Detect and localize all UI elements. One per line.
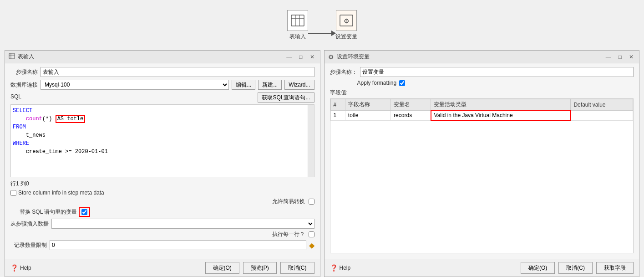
- col-var-name: 变量名: [391, 99, 431, 111]
- from-step-select[interactable]: [51, 219, 314, 229]
- left-dialog-content: 步骤名称 数据库连接 Mysql-100 编辑... 新建... Wizard.…: [5, 63, 320, 259]
- step-name-row: 步骤名称: [10, 67, 314, 77]
- set-variable-icon: ⚙: [336, 10, 357, 31]
- left-minimize-btn[interactable]: —: [284, 54, 294, 60]
- flow-node-set-variable: ⚙ 设置变量: [335, 10, 357, 41]
- right-step-name-input[interactable]: [360, 67, 634, 77]
- store-column-label: Store column info in step meta data: [18, 190, 104, 196]
- right-footer: ❓ Help 确定(O) 取消(C) 获取字段: [325, 259, 639, 277]
- right-maximize-btn[interactable]: □: [617, 54, 624, 60]
- execute-each-checkbox[interactable]: [309, 231, 314, 237]
- table-input-icon: [287, 10, 308, 31]
- cell-var-name: records: [391, 110, 431, 120]
- records-limit-input[interactable]: [50, 240, 306, 250]
- apply-formatting-row: Apply formatting: [357, 80, 634, 86]
- left-help-label[interactable]: Help: [20, 265, 31, 271]
- left-titlebar-controls: — □ ✕: [284, 54, 316, 60]
- sql-area: SELECT count(*) AS totle FROM t_news WHE…: [10, 104, 314, 177]
- flow-node-table-input: 表输入: [287, 10, 308, 41]
- cell-num: 1: [330, 110, 345, 120]
- left-preview-button[interactable]: 预览(P): [243, 262, 277, 274]
- field-values-table: # 字段名称 变量名 变量活动类型 Default value 1 totle …: [330, 99, 634, 121]
- table-input-label: 表输入: [289, 33, 306, 41]
- right-titlebar: ⚙ 设置环境变量 — □ ✕: [325, 51, 639, 63]
- left-footer-buttons: 确定(O) 预览(P) 取消(C): [205, 262, 314, 274]
- sql-label: SQL: [10, 93, 21, 100]
- right-cancel-button[interactable]: 取消(C): [558, 262, 593, 274]
- right-step-name-label: 步骤名称：: [330, 68, 357, 76]
- table-header-row: # 字段名称 变量名 变量活动类型 Default value: [330, 99, 633, 111]
- left-cancel-button[interactable]: 取消(C): [280, 262, 314, 274]
- execute-each-row: 执行每一行？: [10, 231, 314, 238]
- right-help-icon: ❓: [330, 264, 338, 272]
- left-footer: ❓ Help 确定(O) 预览(P) 取消(C): [5, 259, 320, 277]
- flow-diagram: 表输入 ⚙ 设置变量: [0, 0, 644, 50]
- step-name-input[interactable]: [41, 67, 314, 77]
- col-default-value: Default value: [571, 99, 633, 111]
- cell-default-val: [571, 110, 633, 120]
- store-column-checkbox[interactable]: [10, 190, 16, 196]
- from-step-label: 从步骤插入数据: [10, 220, 49, 228]
- field-values-label: 字段值:: [330, 89, 634, 97]
- svg-text:⚙: ⚙: [343, 17, 349, 25]
- flow-arrow: [308, 33, 335, 34]
- left-confirm-button[interactable]: 确定(O): [205, 262, 239, 274]
- get-sql-button[interactable]: 获取SQL查询语句...: [258, 92, 314, 103]
- edit-button[interactable]: 编辑...: [232, 80, 255, 90]
- right-minimize-btn[interactable]: —: [604, 54, 613, 60]
- right-step-name-row: 步骤名称：: [330, 67, 634, 77]
- sql-scrollbar[interactable]: [308, 105, 314, 177]
- left-titlebar: 表输入 — □ ✕: [5, 51, 320, 63]
- right-title-icon: ⚙: [328, 53, 334, 61]
- panels-container: 表输入 — □ ✕ 步骤名称 数据库连接 Mysql-100 编辑... 新建: [0, 50, 644, 277]
- col-var-type: 变量活动类型: [431, 99, 571, 111]
- left-maximize-btn[interactable]: □: [297, 54, 304, 60]
- field-values-table-container: # 字段名称 变量名 变量活动类型 Default value 1 totle …: [330, 98, 634, 253]
- db-conn-row: 数据库连接 Mysql-100 编辑... 新建... Wizard...: [10, 80, 314, 90]
- left-title-icon: [9, 53, 15, 61]
- db-conn-label: 数据库连接: [10, 81, 38, 89]
- right-confirm-button[interactable]: 确定(O): [521, 262, 555, 274]
- diamond-icon: ◆: [309, 241, 314, 250]
- db-conn-select[interactable]: Mysql-100: [41, 80, 229, 90]
- wizard-button[interactable]: Wizard...: [284, 80, 314, 90]
- col-field-name: 字段名称: [345, 99, 390, 111]
- left-dialog-title: 表输入: [18, 53, 34, 61]
- get-fields-button[interactable]: 获取字段: [596, 262, 634, 274]
- left-help-area: ❓ Help: [10, 264, 31, 272]
- from-step-row: 从步骤插入数据: [10, 219, 314, 229]
- right-help-label[interactable]: Help: [340, 265, 351, 271]
- cell-var-type: Valid in the Java Virtual Machine: [431, 110, 571, 120]
- svg-rect-0: [291, 15, 304, 26]
- execute-each-label: 执行每一行？: [10, 231, 305, 238]
- records-limit-label: 记录数量限制: [10, 241, 47, 249]
- left-dialog: 表输入 — □ ✕ 步骤名称 数据库连接 Mysql-100 编辑... 新建: [5, 50, 320, 277]
- step-name-label: 步骤名称: [10, 68, 38, 76]
- right-footer-buttons: 确定(O) 取消(C) 获取字段: [521, 262, 634, 274]
- right-dialog: ⚙ 设置环境变量 — □ ✕ 步骤名称： Apply formatting 字段…: [324, 50, 640, 277]
- replace-vars-row: 替换 SQL 语句里的变量: [20, 207, 314, 217]
- apply-formatting-label: Apply formatting: [357, 80, 397, 86]
- svg-rect-6: [9, 53, 15, 59]
- allow-simple-checkbox[interactable]: [309, 199, 314, 205]
- right-dialog-content: 步骤名称： Apply formatting 字段值: # 字段名称 变量名: [325, 63, 639, 259]
- right-dialog-title: 设置环境变量: [337, 53, 370, 61]
- left-close-btn[interactable]: ✕: [308, 54, 316, 60]
- help-circle-icon: ❓: [10, 264, 18, 272]
- records-limit-row: 记录数量限制 ◆: [10, 240, 314, 250]
- set-variable-label: 设置变量: [335, 33, 357, 41]
- allow-simple-label: 允许简易转换: [10, 198, 305, 205]
- table-row: 1 totle records Valid in the Java Virtua…: [330, 110, 633, 120]
- right-help-area: ❓ Help: [330, 264, 351, 272]
- replace-vars-label: 替换 SQL 语句里的变量: [20, 208, 77, 216]
- row-col-info: 行1 列0: [10, 180, 314, 188]
- right-titlebar-controls: — □ ✕: [604, 54, 635, 60]
- sql-content: SELECT count(*) AS totle FROM t_news WHE…: [11, 105, 314, 177]
- replace-vars-highlighted: [79, 207, 90, 217]
- apply-formatting-checkbox[interactable]: [399, 80, 405, 86]
- replace-vars-checkbox[interactable]: [81, 209, 87, 215]
- col-num: #: [330, 99, 345, 111]
- right-close-btn[interactable]: ✕: [627, 54, 635, 60]
- new-button[interactable]: 新建...: [258, 80, 282, 90]
- store-column-row: Store column info in step meta data: [10, 190, 314, 196]
